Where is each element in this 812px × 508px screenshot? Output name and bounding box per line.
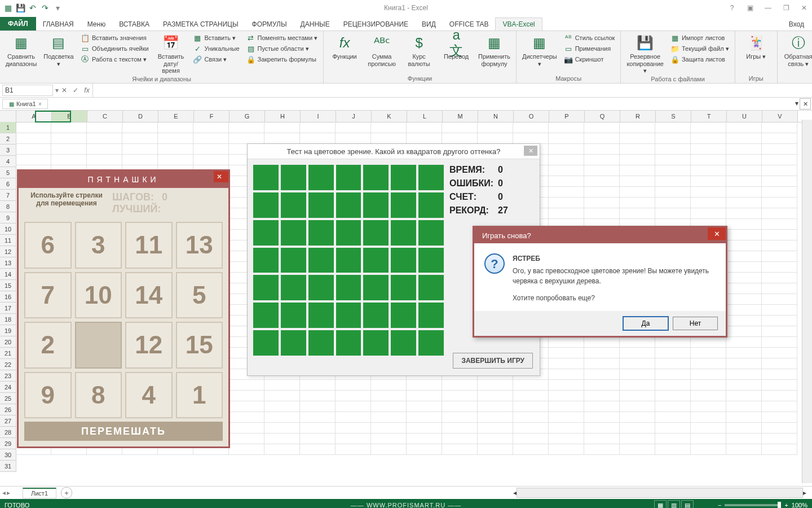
row-header[interactable]: 16 (0, 291, 16, 303)
puzzle-tile[interactable]: 7 (24, 272, 72, 319)
color-cell[interactable] (253, 303, 279, 328)
work-text-button[interactable]: ⒶРабота с текстом ▾ (80, 54, 150, 64)
notes-button[interactable]: ▭Примечания (563, 43, 616, 54)
cell[interactable] (655, 358, 691, 369)
color-cell[interactable] (363, 330, 389, 356)
col-header[interactable]: T (691, 111, 727, 122)
cell[interactable] (620, 433, 655, 444)
color-cell[interactable] (336, 192, 361, 218)
cell[interactable] (407, 411, 442, 423)
cell[interactable] (726, 208, 762, 219)
cell[interactable] (726, 283, 762, 294)
cell[interactable] (584, 133, 620, 144)
tab-file[interactable]: ФАЙЛ (0, 17, 36, 30)
cell[interactable] (691, 186, 726, 198)
cell[interactable] (620, 444, 655, 455)
cell[interactable] (371, 122, 407, 133)
cell[interactable] (478, 422, 513, 433)
maximize-icon[interactable]: ❐ (780, 4, 792, 12)
cell[interactable] (264, 401, 300, 412)
cell[interactable] (762, 261, 797, 273)
cell[interactable] (336, 422, 371, 433)
tabs-close-icon[interactable]: ✕ (800, 98, 811, 110)
zoom-slider[interactable] (725, 504, 781, 506)
cell[interactable] (336, 379, 371, 391)
color-cell[interactable] (281, 192, 306, 218)
cell[interactable] (762, 358, 797, 369)
col-header[interactable]: V (762, 111, 798, 122)
cell[interactable] (691, 444, 726, 455)
color-cell[interactable] (391, 220, 416, 246)
cell[interactable] (407, 422, 442, 433)
cell[interactable] (549, 379, 584, 391)
cell[interactable] (407, 390, 442, 401)
cell[interactable] (584, 347, 620, 358)
cell[interactable] (193, 143, 229, 155)
zoom-level[interactable]: 100% (792, 502, 807, 508)
cell[interactable] (584, 422, 620, 433)
cell[interactable] (762, 379, 797, 391)
color-cell[interactable] (281, 220, 306, 246)
cell[interactable] (655, 133, 691, 144)
cell[interactable] (726, 411, 762, 423)
cell[interactable] (442, 133, 478, 144)
row-header[interactable]: 22 (0, 359, 16, 370)
cell[interactable] (691, 336, 726, 348)
cell[interactable] (549, 347, 584, 358)
cell[interactable] (229, 401, 264, 412)
tab-review[interactable]: РЕЦЕНЗИРОВАНИЕ (337, 18, 415, 30)
cell[interactable] (655, 401, 691, 412)
tab-pagelayout[interactable]: РАЗМЕТКА СТРАНИЦЫ (156, 18, 245, 30)
cell[interactable] (87, 143, 122, 155)
col-header[interactable]: L (407, 111, 443, 122)
color-cell[interactable] (363, 165, 389, 190)
cell[interactable] (442, 401, 478, 412)
cell[interactable] (513, 411, 549, 423)
color-cell[interactable] (308, 248, 334, 273)
cell[interactable] (762, 165, 797, 176)
cell[interactable] (620, 133, 655, 144)
color-cell[interactable] (418, 220, 444, 246)
puzzle-tile[interactable]: 3 (75, 222, 122, 269)
cell[interactable] (691, 369, 726, 380)
cell[interactable] (513, 390, 549, 401)
cell[interactable] (726, 165, 762, 176)
cell[interactable] (691, 122, 726, 133)
cell[interactable] (691, 390, 726, 401)
cell[interactable] (513, 444, 549, 455)
cell[interactable] (584, 401, 620, 412)
cell[interactable] (762, 133, 797, 144)
cell[interactable] (726, 122, 762, 133)
color-cell[interactable] (308, 303, 334, 328)
cell[interactable] (513, 433, 549, 444)
puzzle-board[interactable]: 631113710145212159841 (24, 222, 223, 418)
cell[interactable] (336, 390, 371, 401)
cell[interactable] (762, 411, 797, 423)
row-header[interactable]: 8 (0, 201, 16, 212)
cell[interactable] (655, 444, 691, 455)
cell[interactable] (549, 208, 584, 219)
col-header[interactable]: H (265, 111, 301, 122)
cell[interactable] (16, 133, 51, 144)
close-icon[interactable]: ✕ (798, 4, 810, 12)
cell[interactable] (655, 208, 691, 219)
cell[interactable] (549, 369, 584, 380)
cell[interactable] (407, 133, 442, 144)
cell[interactable] (620, 336, 655, 348)
color-cell[interactable] (336, 275, 361, 300)
sum-words-button[interactable]: ᴬᴮᶜСумма прописью (365, 33, 398, 68)
ribbon-options-icon[interactable]: ▣ (744, 4, 756, 12)
cell[interactable] (229, 433, 264, 444)
cell[interactable] (726, 304, 762, 316)
highlight-button[interactable]: ▤Подсветка ▾ (42, 33, 75, 68)
row-header[interactable]: 29 (0, 438, 16, 449)
feedback-button[interactable]: ⓘОбратная связь ▾ (782, 33, 812, 68)
cell[interactable] (300, 401, 336, 412)
cell[interactable] (478, 390, 513, 401)
cell[interactable] (193, 122, 229, 133)
cell[interactable] (762, 143, 797, 155)
cell[interactable] (620, 422, 655, 433)
cell[interactable] (726, 401, 762, 412)
cell[interactable] (300, 122, 336, 133)
cell[interactable] (726, 218, 762, 230)
